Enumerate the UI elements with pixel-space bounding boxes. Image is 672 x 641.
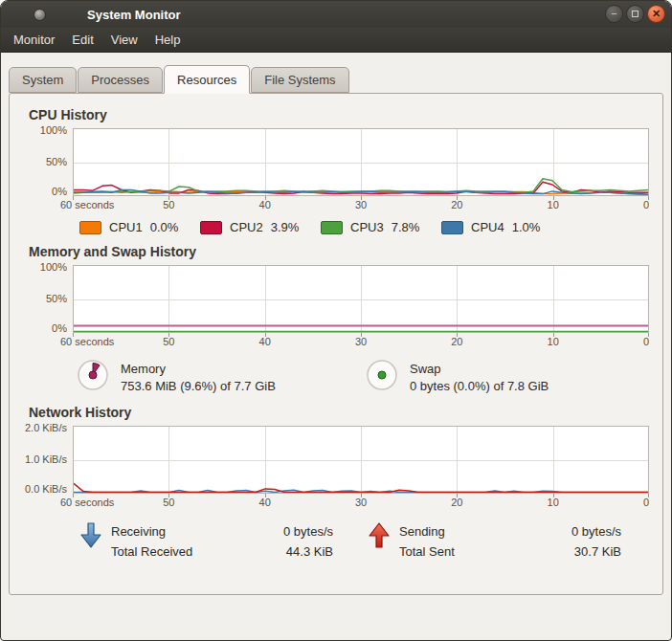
- app-icon: [34, 9, 46, 21]
- cpu-x-tick: 20: [451, 199, 462, 210]
- cpu2-legend-item: CPU2 3.9%: [200, 220, 321, 234]
- total-received-label: Total Received: [111, 542, 192, 563]
- cpu4-label: CPU4: [471, 220, 504, 234]
- memory-x-tick: 10: [548, 336, 559, 347]
- network-y-tick: 1.0 KiB/s: [25, 453, 67, 465]
- memory-legend-item: Memory 753.6 MiB (9.6%) of 7.7 GiB: [77, 359, 366, 395]
- memory-y-tick: 0%: [52, 322, 67, 334]
- memory-swap-legend: Memory 753.6 MiB (9.6%) of 7.7 GiB Swap …: [77, 359, 655, 395]
- cpu1-value: 0.0%: [150, 220, 179, 234]
- network-y-axis-labels: 2.0 KiB/s1.0 KiB/s0.0 KiB/s: [29, 426, 73, 494]
- memory-y-tick: 50%: [46, 293, 67, 304]
- menu-help[interactable]: Help: [146, 29, 190, 51]
- memory-x-axis-labels: 60 seconds50403020100: [73, 337, 649, 349]
- swap-usage-value: 0 bytes (0.0%) of 7.8 GiB: [410, 379, 549, 393]
- swap-legend-item: Swap 0 bytes (0.0%) of 7.8 GiB: [366, 359, 655, 395]
- cpu-x-tick: 40: [259, 199, 271, 210]
- memory-x-tick: 60 seconds: [60, 336, 114, 347]
- minimize-icon: −: [611, 9, 616, 19]
- tab-file-systems[interactable]: File Systems: [251, 67, 348, 93]
- menubar: Monitor Edit View Help: [1, 28, 671, 53]
- close-icon: ✕: [652, 9, 661, 19]
- window-title: System Monitor: [87, 8, 181, 22]
- cpu2-color-swatch[interactable]: [200, 221, 222, 234]
- tab-bar: System Processes Resources File Systems: [9, 67, 671, 93]
- memory-pie-icon: [77, 359, 109, 395]
- cpu1-label: CPU1: [109, 220, 143, 234]
- close-button[interactable]: ✕: [647, 5, 665, 23]
- menu-monitor[interactable]: Monitor: [5, 29, 63, 51]
- menu-edit[interactable]: Edit: [63, 29, 101, 51]
- memory-label: Memory: [121, 362, 276, 376]
- tab-processes[interactable]: Processes: [78, 67, 163, 93]
- cpu-x-tick: 60 seconds: [60, 199, 114, 210]
- total-received-value: 44.3 KiB: [286, 542, 333, 563]
- maximize-icon: [632, 11, 638, 17]
- minimize-button[interactable]: −: [605, 5, 623, 23]
- memory-x-tick: 40: [259, 336, 271, 347]
- swap-label: Swap: [410, 362, 549, 376]
- cpu-plot: [73, 128, 649, 200]
- network-x-tick: 30: [355, 497, 367, 508]
- total-sent-label: Total Sent: [399, 542, 455, 563]
- cpu-y-axis-labels: 100%50%0%: [29, 128, 73, 196]
- cpu2-value: 3.9%: [271, 220, 300, 234]
- network-chart-row: 2.0 KiB/s1.0 KiB/s0.0 KiB/s 60 seconds50…: [29, 426, 655, 510]
- receiving-arrow-icon: [78, 521, 103, 550]
- cpu4-value: 1.0%: [512, 220, 541, 234]
- total-sent-row: Total Sent 30.7 KiB: [399, 542, 621, 563]
- cpu3-label: CPU3: [350, 220, 384, 234]
- cpu4-legend-item: CPU4 1.0%: [441, 220, 562, 234]
- cpu-y-tick: 50%: [46, 156, 67, 167]
- window-controls: − ✕: [605, 5, 665, 23]
- maximize-button[interactable]: [626, 5, 644, 23]
- cpu3-color-swatch[interactable]: [321, 221, 343, 234]
- receiving-rate: 0 bytes/s: [283, 522, 333, 542]
- memory-y-axis-labels: 100%50%0%: [29, 265, 73, 333]
- receiving-group: Receiving 0 bytes/s Total Received 44.3 …: [78, 521, 367, 563]
- tab-system[interactable]: System: [9, 67, 77, 93]
- network-x-tick: 0: [643, 497, 649, 508]
- network-x-tick: 10: [548, 497, 559, 508]
- cpu1-color-swatch[interactable]: [79, 221, 101, 234]
- network-y-tick: 2.0 KiB/s: [25, 422, 67, 433]
- cpu3-legend-item: CPU3 7.8%: [321, 220, 441, 234]
- network-x-tick: 40: [259, 497, 271, 508]
- sending-group: Sending 0 bytes/s Total Sent 30.7 KiB: [367, 521, 655, 563]
- cpu1-legend-item: CPU1 0.0%: [79, 220, 200, 234]
- system-monitor-window: System Monitor − ✕ Monitor Edit View Hel…: [0, 0, 672, 641]
- cpu2-label: CPU2: [230, 220, 263, 234]
- network-legend: Receiving 0 bytes/s Total Received 44.3 …: [78, 521, 655, 563]
- memory-x-tick: 50: [163, 336, 174, 347]
- network-chart: [73, 426, 649, 497]
- menu-view[interactable]: View: [102, 29, 146, 51]
- resources-panel: CPU History 100%50%0% 60 seconds50403020…: [9, 93, 663, 595]
- memory-chart: [73, 265, 649, 337]
- cpu-x-tick: 50: [163, 199, 174, 210]
- total-received-row: Total Received 44.3 KiB: [111, 542, 333, 563]
- memory-plot: [73, 265, 649, 337]
- network-x-tick: 20: [451, 497, 462, 508]
- cpu-history-title: CPU History: [29, 107, 655, 122]
- cpu3-value: 7.8%: [392, 220, 420, 234]
- tab-resources[interactable]: Resources: [164, 65, 250, 94]
- cpu-x-tick: 0: [643, 199, 649, 210]
- receiving-label: Receiving: [111, 522, 166, 542]
- swap-pie-icon: [366, 359, 398, 395]
- network-plot: [73, 426, 649, 497]
- memory-x-tick: 30: [355, 336, 367, 347]
- content-area: System Processes Resources File Systems …: [1, 53, 671, 640]
- cpu4-color-swatch[interactable]: [441, 221, 463, 234]
- memory-x-tick: 0: [643, 336, 649, 347]
- sending-arrow-icon: [367, 521, 392, 550]
- cpu-legend: CPU1 0.0% CPU2 3.9% CPU3 7.8% CPU4 1.0%: [79, 220, 655, 234]
- cpu-chart: [73, 128, 649, 200]
- sending-row: Sending 0 bytes/s: [399, 522, 621, 542]
- cpu-y-tick: 0%: [52, 186, 67, 197]
- network-x-tick: 50: [163, 497, 174, 508]
- cpu-x-tick: 30: [355, 199, 367, 210]
- sending-rate: 0 bytes/s: [571, 522, 621, 542]
- cpu-chart-row: 100%50%0% 60 seconds50403020100: [29, 128, 655, 212]
- cpu-x-axis-labels: 60 seconds50403020100: [73, 200, 649, 212]
- titlebar[interactable]: System Monitor − ✕: [1, 1, 671, 28]
